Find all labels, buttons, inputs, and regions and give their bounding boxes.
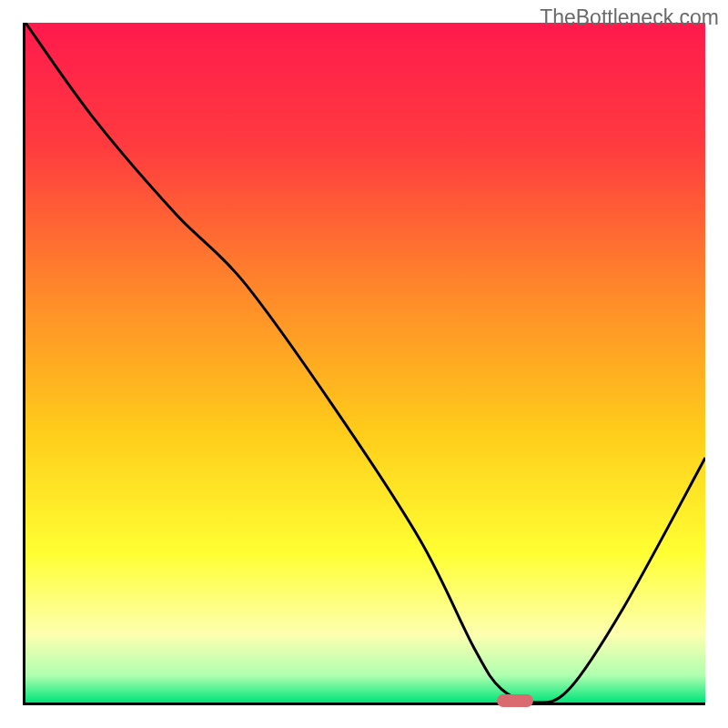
curve-layer	[25, 23, 705, 703]
chart-container: TheBottleneck.com	[0, 0, 728, 728]
bottleneck-curve	[25, 23, 705, 703]
optimal-marker	[497, 694, 533, 707]
plot-area	[23, 23, 705, 705]
watermark-text: TheBottleneck.com	[540, 5, 719, 30]
